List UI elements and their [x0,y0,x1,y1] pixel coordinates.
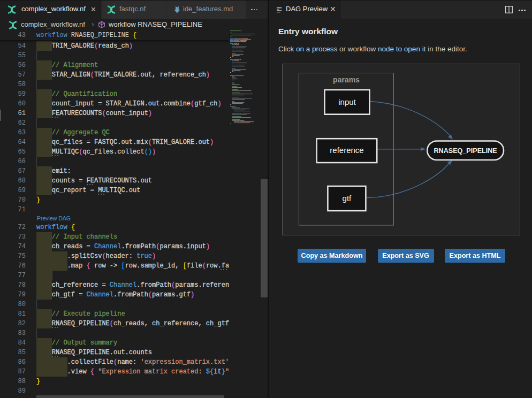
svg-text:gtf: gtf [343,194,352,203]
svg-text:input: input [338,97,356,106]
svg-text:RNASEQ_PIPELINE: RNASEQ_PIPELINE [434,147,497,155]
svg-text:reference: reference [330,146,363,155]
svg-text:params: params [333,75,360,84]
